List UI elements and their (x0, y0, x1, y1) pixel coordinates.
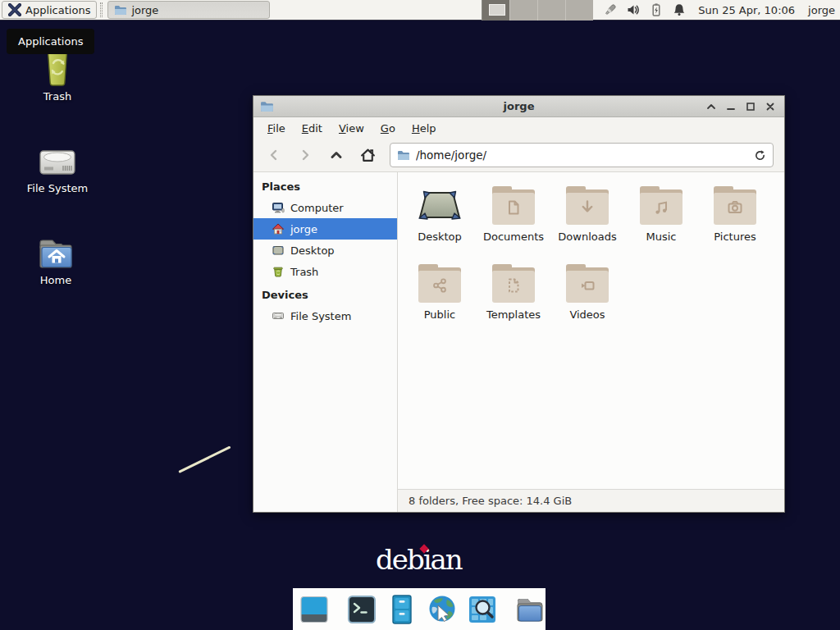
sidebar-item-icon (272, 265, 285, 278)
dock-launcher-directory-menu[interactable] (514, 593, 546, 626)
dock-launcher-app-finder[interactable] (466, 593, 499, 626)
file-item-templates[interactable]: Templates (477, 262, 550, 340)
dock-panel (293, 588, 546, 630)
desktop: Applications jorge Sun 25 Apr, 10:06 jor… (0, 0, 840, 630)
folder-icon (492, 264, 535, 303)
applications-menu-button[interactable]: Applications (2, 1, 97, 19)
file-manager-window: jorge File Edit View Go Help (253, 95, 785, 513)
dock-launcher-terminal[interactable] (345, 593, 378, 626)
panel-handle[interactable] (100, 2, 103, 17)
file-item-downloads[interactable]: Downloads (550, 184, 624, 262)
window-title: jorge (253, 100, 784, 112)
path-input[interactable] (416, 148, 748, 162)
app-finder-icon (466, 593, 499, 626)
sidebar-item-label: Computer (290, 202, 344, 214)
dock-launcher-file-manager[interactable] (386, 593, 418, 626)
workspace-3[interactable] (537, 0, 565, 21)
desktop-scratch-line (178, 445, 231, 472)
file-item-label: Documents (483, 231, 544, 243)
folder-icon (640, 186, 682, 225)
sidebar-item-label: Desktop (290, 244, 335, 257)
sidebar-item-file-system[interactable]: File System (253, 305, 397, 326)
username-label: jorge (808, 4, 835, 16)
file-item-desktop[interactable]: Desktop (403, 184, 477, 262)
file-item-public[interactable]: Public (403, 262, 477, 340)
dock-launcher-show-desktop[interactable] (298, 593, 331, 626)
forward-button[interactable] (293, 144, 317, 167)
dock-launcher-web-browser[interactable] (426, 593, 459, 626)
sidebar-item-desktop[interactable]: Desktop (253, 240, 397, 261)
maximize-button[interactable] (745, 101, 756, 112)
desktop-pad-icon (417, 185, 463, 225)
path-bar[interactable] (390, 143, 774, 167)
workspace-2[interactable] (509, 0, 537, 21)
hard-drive-icon (38, 144, 77, 179)
statusbar-text: 8 folders, Free space: 14.4 GiB (409, 495, 572, 507)
xfce-logo-icon (8, 3, 21, 16)
reload-button[interactable] (754, 149, 766, 162)
applications-tooltip: Applications (7, 29, 94, 54)
sidebar-item-label: Trash (290, 266, 318, 278)
sidebar-item-icon (272, 309, 285, 322)
file-item-label: Downloads (558, 231, 616, 243)
terminal-icon (345, 593, 378, 626)
sidebar-item-label: File System (290, 310, 351, 322)
close-button[interactable] (765, 101, 776, 112)
sidebar-item-label: jorge (290, 223, 317, 235)
file-item-label: Music (646, 231, 677, 243)
statusbar: 8 folders, Free space: 14.4 GiB (398, 489, 784, 512)
sidebar-item-jorge[interactable]: jorge (253, 218, 397, 240)
up-button[interactable] (324, 144, 349, 167)
system-tray (603, 2, 687, 17)
taskbar-button-jorge[interactable]: jorge (107, 1, 270, 19)
menu-item-help[interactable]: Help (404, 120, 444, 137)
sidebar-item-computer[interactable]: Computer (253, 197, 397, 218)
workspace-1[interactable] (482, 0, 509, 21)
applications-menu-label: Applications (25, 4, 90, 16)
file-item-pictures[interactable]: Pictures (698, 184, 772, 262)
volume-icon[interactable] (626, 2, 641, 17)
tooltip-text: Applications (18, 35, 83, 48)
shade-button[interactable] (705, 101, 717, 112)
workspace-4[interactable] (565, 0, 593, 21)
titlebar[interactable]: jorge (253, 96, 784, 117)
folder-icon (492, 186, 535, 225)
sidebar: Places Computer jorge Desktop Trash Devi… (253, 172, 398, 512)
workspace-switcher[interactable] (482, 0, 593, 21)
file-item-label: Pictures (714, 231, 756, 243)
menu-item-go[interactable]: Go (373, 120, 403, 137)
show-desktop-icon (298, 593, 331, 626)
minimize-button[interactable] (725, 101, 737, 112)
folder-icon (114, 3, 127, 16)
sidebar-item-trash[interactable]: Trash (253, 261, 397, 282)
menu-item-edit[interactable]: Edit (294, 120, 330, 137)
path-folder-icon (397, 148, 410, 162)
clock[interactable]: Sun 25 Apr, 10:06 (698, 4, 795, 16)
sidebar-section-header: Devices (253, 285, 397, 305)
taskbar-button-label: jorge (131, 4, 158, 16)
desktop-icon-file-system[interactable]: File System (12, 144, 103, 194)
menubar: File Edit View Go Help (253, 117, 784, 139)
folder-icon (566, 264, 609, 303)
pointer-device-icon[interactable] (603, 2, 618, 17)
menu-item-file[interactable]: File (260, 120, 293, 137)
battery-icon[interactable] (649, 2, 664, 17)
back-button[interactable] (262, 144, 286, 167)
file-item-videos[interactable]: Videos (550, 262, 624, 340)
desktop-icon-home[interactable]: Home (11, 236, 101, 286)
folder-icon (714, 186, 756, 225)
notifications-icon[interactable] (672, 2, 687, 17)
file-item-documents[interactable]: Documents (477, 184, 550, 262)
top-panel: Applications jorge Sun 25 Apr, 10:06 jor… (0, 0, 840, 21)
folder-icon (418, 264, 461, 303)
file-item-label: Templates (486, 308, 541, 321)
file-item-music[interactable]: Music (624, 184, 698, 262)
file-list: Desktop Documents Downloads Music (398, 172, 784, 489)
file-manager-icon (386, 593, 418, 626)
menu-item-view[interactable]: View (331, 120, 372, 137)
desktop-icon-label: File System (27, 182, 88, 194)
desktop-icon-label: Trash (43, 90, 71, 103)
file-item-label: Public (424, 308, 455, 321)
home-button[interactable] (355, 144, 380, 167)
sidebar-item-icon (272, 222, 285, 235)
